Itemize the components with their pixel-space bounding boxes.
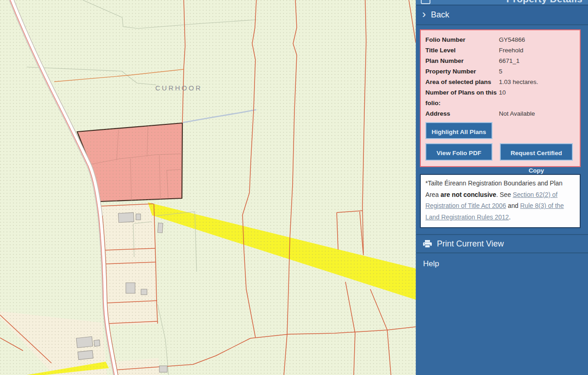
- disclaimer-text: . See: [496, 191, 513, 198]
- disclaimer-bold-text: are not conclusive: [441, 191, 496, 198]
- detail-label: Title Level: [425, 45, 499, 56]
- request-certified-copy-button[interactable]: Request Certified Copy: [500, 143, 573, 161]
- detail-label: Plan Number: [425, 56, 499, 66]
- help-link[interactable]: Help: [416, 253, 588, 269]
- back-button[interactable]: › Back: [416, 6, 588, 25]
- map-dot-texture: [0, 0, 416, 375]
- detail-row-address: Address Not Available: [425, 108, 575, 119]
- print-label: Print Current View: [437, 239, 504, 249]
- detail-row-plan-number: Plan Number 6671_1: [425, 56, 575, 66]
- folio-details-box: Folio Number GY54866 Title Level Freehol…: [420, 29, 581, 167]
- detail-row-property-number: Property Number 5: [425, 66, 575, 77]
- back-label: Back: [431, 10, 449, 20]
- chevron-right-icon: ›: [422, 10, 426, 19]
- townland-label: CURHOOR: [155, 84, 202, 92]
- land-registry-map-viewer: CURHOOR Property Details › Back Folio Nu…: [0, 0, 588, 375]
- detail-value: 10: [499, 87, 575, 108]
- detail-label: Area of selected plans: [425, 77, 499, 87]
- detail-label: Folio Number: [425, 34, 499, 45]
- property-details-panel: Property Details › Back Folio Number GY5…: [416, 0, 588, 375]
- disclaimer-text: .: [509, 214, 511, 221]
- print-current-view-button[interactable]: Print Current View: [416, 234, 588, 253]
- detail-value: 6671_1: [499, 56, 575, 66]
- detail-label: Address: [425, 108, 499, 119]
- panel-menu-icon[interactable]: [421, 0, 430, 4]
- detail-value: GY54866: [499, 34, 575, 45]
- boundaries-disclaimer: *Tailte Éireann Registration Boundaries …: [420, 174, 581, 228]
- detail-row-folio-number: Folio Number GY54866: [425, 34, 575, 45]
- detail-value: Freehold: [499, 45, 575, 56]
- detail-value: 5: [499, 66, 575, 77]
- detail-row-title-level: Title Level Freehold: [425, 45, 575, 56]
- printer-icon: [423, 240, 432, 248]
- map-canvas[interactable]: CURHOOR: [0, 0, 416, 375]
- panel-title: Property Details: [506, 0, 582, 5]
- detail-label: Property Number: [425, 66, 499, 77]
- map-graphics: CURHOOR: [0, 0, 416, 375]
- detail-row-area: Area of selected plans 1.03 hectares.: [425, 77, 575, 87]
- panel-header: Property Details: [416, 0, 588, 6]
- disclaimer-text: and: [506, 202, 520, 209]
- detail-value: Not Available: [499, 108, 575, 119]
- detail-label: Number of Plans on this folio:: [425, 87, 499, 108]
- detail-value: 1.03 hectares.: [499, 77, 575, 87]
- detail-row-plan-count: Number of Plans on this folio: 10: [425, 87, 575, 108]
- highlight-all-plans-button[interactable]: Highlight All Plans: [425, 122, 492, 139]
- view-folio-pdf-button[interactable]: View Folio PDF: [425, 143, 492, 161]
